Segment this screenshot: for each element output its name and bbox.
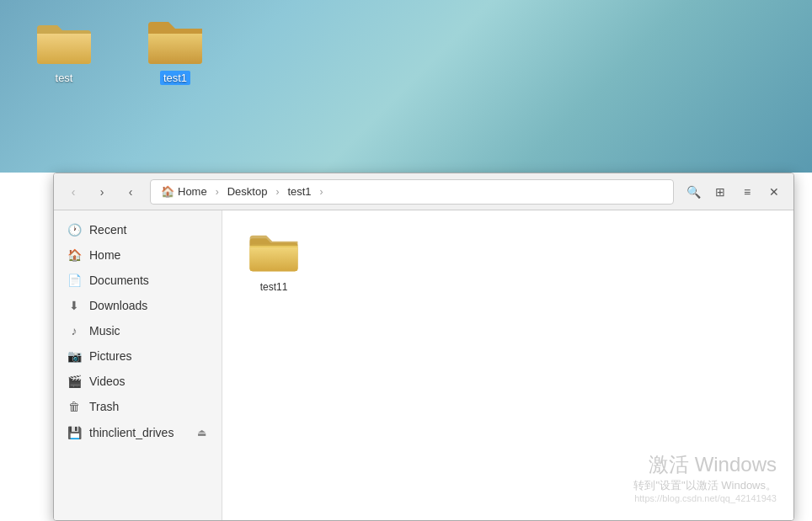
sidebar-item-downloads[interactable]: ⬇ Downloads [54,293,222,318]
home-icon: 🏠 [161,185,174,198]
toolbar-right: 🔍 ⊞ ≡ ✕ [681,179,787,205]
breadcrumb-desktop[interactable]: Desktop [221,183,275,199]
sidebar-item-documents-label: Documents [89,274,149,287]
back-icon: ‹ [72,185,76,199]
toolbar: ‹ › ‹ 🏠 Home › Desktop › test1 › [54,173,793,210]
grid-view-button[interactable]: ⊞ [708,179,733,205]
breadcrumb-sep-1: › [216,186,219,198]
up-icon: ‹ [129,185,133,199]
desktop-icon-test[interactable]: test [34,17,94,85]
eject-button[interactable]: ⏏ [195,425,208,440]
sidebar-item-home-label: Home [89,248,120,262]
desktop-icon-test1[interactable]: test1 [145,17,206,85]
desktop: test test1 [0,0,812,173]
sidebar-item-documents[interactable]: 📄 Documents [54,268,222,293]
back-button[interactable]: ‹ [61,179,86,205]
home-sidebar-icon: 🏠 [67,248,81,262]
breadcrumb: 🏠 Home › Desktop › test1 › [150,179,674,205]
sidebar-item-pictures[interactable]: 📷 Pictures [54,343,222,369]
sidebar-item-pictures-label: Pictures [89,349,132,363]
downloads-icon: ⬇ [67,299,81,312]
folder-icon-test [34,17,94,67]
folder-icon-test11 [247,231,301,276]
sidebar-item-trash-label: Trash [89,400,119,413]
videos-icon: 🎬 [67,375,81,388]
search-icon: 🔍 [686,185,701,199]
close-button[interactable]: ✕ [761,179,787,205]
pictures-icon: 📷 [67,349,81,363]
folder-icon-test1 [145,17,206,67]
list-icon: ≡ [744,185,751,199]
breadcrumb-sep-2: › [275,186,279,198]
sidebar-item-music[interactable]: ♪ Music [54,318,222,343]
sidebar-item-thinclient-label: thinclient_drives [89,426,174,439]
breadcrumb-test1[interactable]: test1 [280,183,318,199]
watermark-line2: 转到"设置"以激活 Windows。 [633,478,777,493]
thinclient-left: 💾 thinclient_drives [67,426,174,439]
windows-watermark: 激活 Windows 转到"设置"以激活 Windows。 https://bl… [633,451,777,503]
breadcrumb-home[interactable]: 🏠 Home [154,183,214,199]
watermark-line3: https://blog.csdn.net/qq_42141943 [633,493,777,503]
documents-icon: 📄 [67,274,81,287]
forward-icon: › [100,185,104,199]
sidebar-item-recent[interactable]: 🕐 Recent [54,217,222,242]
watermark-line1: 激活 Windows [633,451,777,478]
file-item-test11[interactable]: test11 [236,224,312,300]
thinclient-icon: 💾 [67,426,81,439]
search-button[interactable]: 🔍 [681,179,706,205]
close-icon: ✕ [769,185,779,199]
desktop-icon-test-label: test [52,71,77,85]
file-item-test11-label: test11 [260,281,288,293]
sidebar-item-thinclient[interactable]: 💾 thinclient_drives ⏏ [54,419,222,446]
breadcrumb-sep-3: › [320,186,323,198]
content-area: 🕐 Recent 🏠 Home 📄 Documents ⬇ Downloads … [54,210,793,520]
desktop-icon-test1-label: test1 [160,71,190,85]
grid-icon: ⊞ [715,185,725,199]
forward-button[interactable]: › [89,179,115,205]
sidebar-item-home[interactable]: 🏠 Home [54,242,222,268]
main-content: test11 激活 Windows 转到"设置"以激活 Windows。 htt… [222,210,793,520]
file-manager-window: ‹ › ‹ 🏠 Home › Desktop › test1 › [53,173,794,521]
sidebar-item-trash[interactable]: 🗑 Trash [54,394,222,419]
up-button[interactable]: ‹ [118,179,143,205]
sidebar-item-music-label: Music [89,324,120,338]
sidebar-item-downloads-label: Downloads [89,299,147,312]
list-view-button[interactable]: ≡ [735,179,760,205]
sidebar-item-recent-label: Recent [89,223,126,237]
trash-icon: 🗑 [67,400,81,413]
sidebar-item-videos-label: Videos [89,375,126,388]
recent-icon: 🕐 [67,223,81,237]
music-icon: ♪ [67,324,81,338]
sidebar-item-videos[interactable]: 🎬 Videos [54,369,222,394]
sidebar: 🕐 Recent 🏠 Home 📄 Documents ⬇ Downloads … [54,210,222,520]
